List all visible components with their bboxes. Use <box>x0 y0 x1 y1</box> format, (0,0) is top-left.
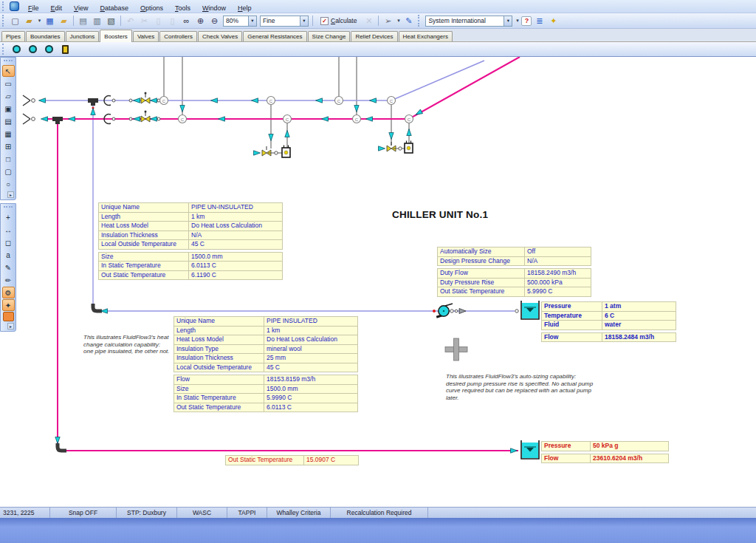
stencil-booster-centrifugal-pump[interactable] <box>9 43 24 55</box>
menu-4[interactable]: Options <box>134 3 169 13</box>
zoom-level-select-value: 80% <box>224 17 248 24</box>
menu-6[interactable]: Window <box>196 3 232 13</box>
status-panel-3[interactable]: WASC <box>177 508 227 518</box>
marquee-tool[interactable]: ▣ <box>2 103 15 115</box>
menubar-drag-handle[interactable] <box>2 1 6 12</box>
text-tool[interactable]: a <box>2 249 15 261</box>
units-system-select[interactable]: System International▾ <box>425 16 512 27</box>
results-table-pipe-uninsulated[interactable]: Unique NamePIPE UN-INSULATEDLength1 kmHe… <box>98 202 283 282</box>
tab-boundaries[interactable]: Boundaries <box>26 31 64 41</box>
zoom-out-icon[interactable]: ⊖ <box>208 15 221 27</box>
property-label: In Static Temperature <box>99 262 189 271</box>
stencil-booster-canister-pump[interactable] <box>58 43 72 55</box>
pen-tool[interactable]: ✎ <box>2 262 15 273</box>
help-query-icon[interactable]: ? <box>521 16 532 26</box>
image-tool[interactable]: ▦ <box>2 128 15 140</box>
tab-relief-devices[interactable]: Relief Devices <box>351 31 397 41</box>
find-binoculars-icon[interactable]: ∞ <box>180 15 193 27</box>
results-table-outlet-pipe[interactable]: Out Static Temperature15.0907 C <box>225 455 359 468</box>
print-preview-icon[interactable]: ▥ <box>91 15 103 27</box>
license-key-icon[interactable]: ✦ <box>547 15 560 27</box>
tab-check-valves[interactable]: Check Valves <box>198 31 242 41</box>
status-panel-0[interactable]: 3231, 2225 <box>0 508 50 518</box>
copy-icon[interactable]: ▯ <box>152 15 165 27</box>
open-file-caret[interactable]: ▾ <box>36 18 43 24</box>
stencil-booster-inline-pump[interactable] <box>25 43 40 55</box>
results-table-inlet-boundary[interactable]: Pressure1 atmTemperature6 CFluidwaterFlo… <box>541 301 676 344</box>
paste-icon[interactable]: ▯ <box>166 15 179 27</box>
tool-group-overflow[interactable]: ▸ <box>7 323 14 329</box>
undo-icon[interactable]: ↶ <box>124 15 137 27</box>
tool-group-handle[interactable] <box>4 60 13 63</box>
menu-1[interactable]: Edit <box>45 3 69 13</box>
tab-junctions[interactable]: Junctions <box>66 31 100 41</box>
component-list-icon[interactable]: ▤ <box>77 15 89 27</box>
status-panel-1[interactable]: Snap OFF <box>50 508 117 518</box>
lasso-tool[interactable]: ▱ <box>2 90 15 102</box>
tab-heat-exchangers[interactable]: Heat Exchangers <box>399 31 453 41</box>
wrench-tool[interactable]: ⚙ <box>2 287 15 298</box>
calculate-button[interactable]: ✓Calculate <box>317 15 360 27</box>
units-extra-caret[interactable]: ▾ <box>514 18 520 24</box>
tab-valves[interactable]: Valves <box>133 31 159 41</box>
text-box-tool[interactable]: ▤ <box>2 115 15 127</box>
zoom-level-select-caret[interactable]: ▾ <box>248 16 256 26</box>
zoom-level-select[interactable]: 80%▾ <box>223 16 257 27</box>
tool-group-handle[interactable] <box>4 206 13 209</box>
move-tool[interactable]: + <box>2 211 15 223</box>
property-label: Flow <box>174 375 264 385</box>
menu-3[interactable]: Database <box>94 3 134 13</box>
wand-tool[interactable]: ✦ <box>2 299 15 311</box>
select-tool[interactable]: ↖ <box>2 65 15 77</box>
new-document-icon[interactable]: ▢ <box>9 15 21 27</box>
grid-tool[interactable]: ⊞ <box>2 140 15 152</box>
status-panel-5[interactable]: Whalley Criteria <box>267 508 331 518</box>
tab-boosters[interactable]: Boosters <box>100 30 132 42</box>
annotate-pencil-icon[interactable]: ✎ <box>402 15 415 27</box>
status-panel-2[interactable]: STP: Duxbury <box>117 508 177 518</box>
zoom-in-icon[interactable]: ⊕ <box>194 15 207 27</box>
stop-calculation-icon[interactable]: ✕ <box>362 15 375 27</box>
rounded-rectangle-tool[interactable]: ▢ <box>2 165 15 177</box>
status-panel-4[interactable]: TAPPI <box>227 508 267 518</box>
color-swatch-tool[interactable] <box>3 312 14 321</box>
results-table-pipe-insulated[interactable]: Unique NamePIPE INSULATEDLength1 kmHeat … <box>173 316 358 414</box>
open-file-icon[interactable]: ▰ <box>23 15 35 27</box>
tab-controllers[interactable]: Controllers <box>159 31 197 41</box>
ellipse-tool[interactable]: ○ <box>2 178 15 190</box>
property-value: 6 C <box>602 311 676 321</box>
menu-5[interactable]: Tools <box>169 3 196 13</box>
property-table-section: Flow18158.2484 m3/h <box>541 332 676 343</box>
pointer-mode-icon[interactable]: ➢ <box>382 15 394 27</box>
save-icon[interactable]: ▦ <box>44 15 56 27</box>
tab-general-resistances[interactable]: General Resistances <box>243 31 306 41</box>
tab-size-change[interactable]: Size Change <box>308 31 351 41</box>
calculate-button-label: Calculate <box>331 17 357 24</box>
tab-pipes[interactable]: Pipes <box>1 31 25 41</box>
zoom-window-tool[interactable]: ▭ <box>2 78 15 89</box>
stencil-booster-rotary-pump[interactable] <box>41 43 56 55</box>
results-table-pump[interactable]: Automatically SizeOffDesign Pressure Cha… <box>437 247 591 299</box>
pencil-tool[interactable]: ✏ <box>2 274 15 286</box>
results-list-icon[interactable]: ≣ <box>533 15 546 27</box>
detail-level-select[interactable]: Fine▾ <box>260 16 309 27</box>
align-tool[interactable]: ↔ <box>2 224 15 236</box>
folder-icon[interactable]: ▰ <box>58 15 70 27</box>
stencil-drag-handle[interactable] <box>2 44 6 55</box>
toolbar-drag-handle[interactable] <box>418 15 422 27</box>
print-icon[interactable]: ▧ <box>105 15 117 27</box>
units-system-select-caret[interactable]: ▾ <box>504 16 512 26</box>
menu-0[interactable]: File <box>22 3 45 13</box>
toolbar-drag-handle[interactable] <box>2 15 6 27</box>
detail-level-select-caret[interactable]: ▾ <box>300 16 308 26</box>
tool-group-overflow[interactable]: ▸ <box>7 191 14 198</box>
comment-balloon-tool[interactable]: ◻ <box>2 236 15 248</box>
rectangle-tool[interactable]: □ <box>2 153 15 165</box>
status-panel-6[interactable]: Recalculation Required <box>331 508 428 518</box>
results-table-outlet-boundary[interactable]: Pressure50 kPa gFlow23610.6204 m3/h <box>541 441 669 465</box>
tool-group-1: ↖▭▱▣▤▦⊞□▢○▸ <box>0 57 16 200</box>
cut-icon[interactable]: ✂ <box>138 15 151 27</box>
menu-7[interactable]: Help <box>232 3 258 13</box>
pointer-mode-caret[interactable]: ▾ <box>395 18 402 24</box>
menu-2[interactable]: View <box>68 3 94 13</box>
